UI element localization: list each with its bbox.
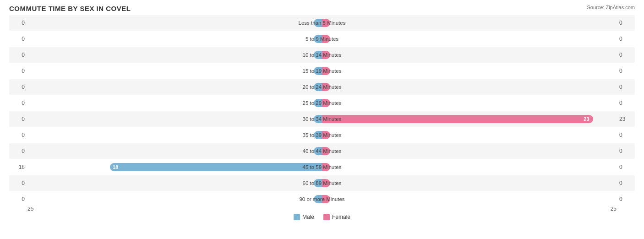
female-bar-half bbox=[322, 98, 617, 108]
female-value: 0 bbox=[617, 52, 635, 58]
male-zero-bar bbox=[314, 147, 322, 155]
female-bar-half bbox=[322, 146, 617, 156]
female-value: 0 bbox=[617, 148, 635, 154]
male-zero-bar bbox=[314, 51, 322, 59]
female-zero-bar bbox=[322, 131, 330, 139]
male-bar: 18 bbox=[110, 163, 322, 171]
male-value: 0 bbox=[9, 116, 27, 122]
legend: Male Female bbox=[9, 214, 635, 220]
male-bar-half bbox=[27, 82, 322, 92]
male-value: 0 bbox=[9, 196, 27, 202]
female-value: 0 bbox=[617, 68, 635, 74]
female-value: 0 bbox=[617, 36, 635, 42]
chart-area: 0Less than 5 Minutes005 to 9 Minutes0010… bbox=[9, 15, 635, 204]
female-zero-bar bbox=[322, 179, 330, 187]
chart-row: 040 to 44 Minutes0 bbox=[9, 143, 635, 159]
female-value: 0 bbox=[617, 100, 635, 106]
female-bar-half bbox=[322, 18, 617, 28]
female-value: 0 bbox=[617, 196, 635, 202]
female-bar-half: 23 bbox=[322, 114, 617, 124]
bars-area: 30 to 34 Minutes23 bbox=[27, 111, 617, 127]
chart-row: 090 or more Minutes0 bbox=[9, 191, 635, 207]
male-value: 18 bbox=[9, 164, 27, 170]
source-text: Source: ZipAtlas.com bbox=[587, 5, 635, 10]
female-bar-half bbox=[322, 162, 617, 172]
chart-title: COMMUTE TIME BY SEX IN COVEL bbox=[9, 5, 635, 12]
chart-row: 0Less than 5 Minutes0 bbox=[9, 15, 635, 31]
legend-female-box bbox=[323, 214, 330, 220]
bars-area: 10 to 14 Minutes bbox=[27, 47, 617, 63]
female-bar-half bbox=[322, 130, 617, 140]
male-value: 0 bbox=[9, 132, 27, 138]
male-bar-half bbox=[27, 130, 322, 140]
male-bar-value-label: 18 bbox=[113, 164, 120, 170]
female-value: 23 bbox=[617, 116, 635, 122]
female-value: 0 bbox=[617, 84, 635, 90]
bars-area: 15 to 19 Minutes bbox=[27, 63, 617, 79]
bars-area: 40 to 44 Minutes bbox=[27, 143, 617, 159]
female-zero-bar bbox=[322, 147, 330, 155]
male-value: 0 bbox=[9, 100, 27, 106]
female-zero-bar bbox=[322, 67, 330, 75]
male-zero-bar bbox=[314, 35, 322, 43]
bars-area: 35 to 39 Minutes bbox=[27, 127, 617, 143]
male-bar-half bbox=[27, 178, 322, 188]
female-value: 0 bbox=[617, 164, 635, 170]
male-bar-half bbox=[27, 66, 322, 76]
bars-area: 20 to 24 Minutes bbox=[27, 79, 617, 95]
chart-row: 05 to 9 Minutes0 bbox=[9, 31, 635, 47]
chart-row: 060 to 89 Minutes0 bbox=[9, 175, 635, 191]
female-zero-bar bbox=[322, 99, 330, 107]
male-zero-bar bbox=[314, 195, 322, 203]
male-zero-bar bbox=[314, 83, 322, 91]
female-bar-half bbox=[322, 194, 617, 204]
chart-row: 030 to 34 Minutes2323 bbox=[9, 111, 635, 127]
legend-female-label: Female bbox=[332, 214, 350, 220]
male-value: 0 bbox=[9, 84, 27, 90]
bars-area: 90 or more Minutes bbox=[27, 191, 617, 207]
male-bar-half: 18 bbox=[27, 162, 322, 172]
bars-area: 25 to 29 Minutes bbox=[27, 95, 617, 111]
male-bar-half bbox=[27, 194, 322, 204]
female-value: 0 bbox=[617, 20, 635, 26]
chart-row: 035 to 39 Minutes0 bbox=[9, 127, 635, 143]
legend-female: Female bbox=[323, 214, 350, 220]
chart-row: 181845 to 59 Minutes0 bbox=[9, 159, 635, 175]
male-value: 0 bbox=[9, 52, 27, 58]
female-bar-half bbox=[322, 50, 617, 60]
female-value: 0 bbox=[617, 180, 635, 186]
chart-row: 010 to 14 Minutes0 bbox=[9, 47, 635, 63]
female-bar-half bbox=[322, 178, 617, 188]
male-bar-half bbox=[27, 18, 322, 28]
chart-container: COMMUTE TIME BY SEX IN COVEL Source: Zip… bbox=[0, 0, 644, 239]
male-bar-half bbox=[27, 34, 322, 44]
chart-row: 015 to 19 Minutes0 bbox=[9, 63, 635, 79]
female-bar: 23 bbox=[322, 115, 593, 123]
male-zero-bar bbox=[314, 19, 322, 27]
female-bar-half bbox=[322, 34, 617, 44]
male-zero-bar bbox=[314, 115, 322, 123]
male-zero-bar bbox=[314, 131, 322, 139]
male-value: 0 bbox=[9, 148, 27, 154]
female-zero-bar bbox=[322, 19, 330, 27]
male-value: 0 bbox=[9, 180, 27, 186]
female-zero-bar bbox=[322, 195, 330, 203]
female-zero-bar bbox=[322, 83, 330, 91]
chart-row: 020 to 24 Minutes0 bbox=[9, 79, 635, 95]
male-bar-half bbox=[27, 50, 322, 60]
bars-area: 60 to 89 Minutes bbox=[27, 175, 617, 191]
female-bar-half bbox=[322, 66, 617, 76]
chart-row: 025 to 29 Minutes0 bbox=[9, 95, 635, 111]
female-zero-bar bbox=[322, 35, 330, 43]
bars-area: 5 to 9 Minutes bbox=[27, 31, 617, 47]
legend-male-label: Male bbox=[302, 214, 314, 220]
female-zero-bar bbox=[322, 163, 330, 171]
male-bar-half bbox=[27, 146, 322, 156]
male-zero-bar bbox=[314, 67, 322, 75]
male-zero-bar bbox=[314, 99, 322, 107]
female-value: 0 bbox=[617, 132, 635, 138]
female-bar-half bbox=[322, 82, 617, 92]
male-value: 0 bbox=[9, 68, 27, 74]
male-bar-half bbox=[27, 114, 322, 124]
male-value: 0 bbox=[9, 36, 27, 42]
